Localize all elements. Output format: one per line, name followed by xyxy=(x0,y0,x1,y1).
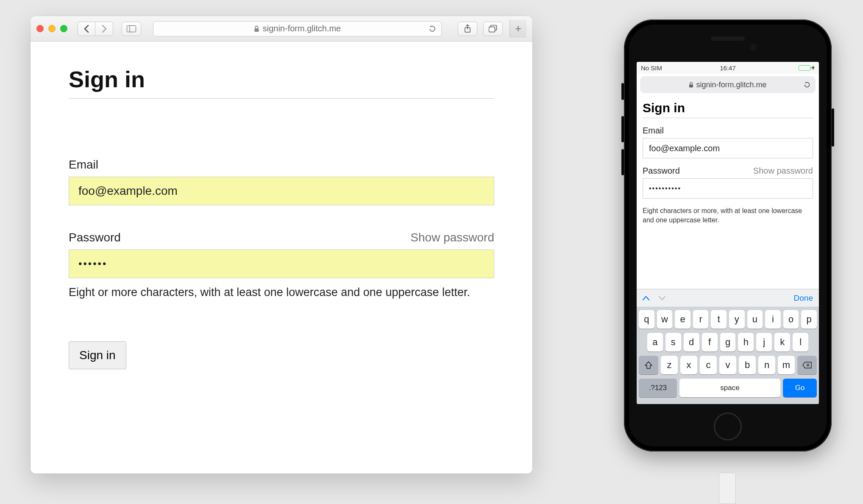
backspace-key[interactable] xyxy=(797,356,817,374)
key-j[interactable]: j xyxy=(756,333,772,352)
key-d[interactable]: d xyxy=(684,333,699,352)
key-k[interactable]: k xyxy=(774,333,790,352)
svg-rect-6 xyxy=(489,27,495,32)
reload-icon xyxy=(804,81,810,89)
key-v[interactable]: v xyxy=(719,356,736,374)
close-window-button[interactable] xyxy=(36,25,44,32)
nav-buttons xyxy=(78,22,113,36)
key-b[interactable]: b xyxy=(739,356,756,374)
power-button[interactable] xyxy=(832,108,834,147)
key-c[interactable]: c xyxy=(700,356,717,374)
backspace-icon xyxy=(802,362,812,368)
new-tab-button[interactable]: + xyxy=(509,20,526,38)
volume-up-button[interactable] xyxy=(621,116,624,142)
email-field-block: Email xyxy=(69,158,494,205)
keyboard-done-button[interactable]: Done xyxy=(794,294,813,303)
mobile-address-bar[interactable]: signin-form.glitch.me xyxy=(640,76,816,93)
key-x[interactable]: x xyxy=(680,356,697,374)
keyboard-row-4: .?123 space Go xyxy=(639,379,817,397)
share-icon xyxy=(464,25,471,33)
url-text: signin-form.glitch.me xyxy=(263,24,341,33)
keyboard-mode-key[interactable]: .?123 xyxy=(639,379,677,397)
forward-button[interactable] xyxy=(95,22,113,36)
shift-key[interactable] xyxy=(639,356,658,374)
home-button[interactable] xyxy=(714,413,742,440)
keyboard-row-2: asdfghjkl xyxy=(639,333,817,352)
shift-icon xyxy=(645,361,652,369)
svg-rect-2 xyxy=(254,28,259,32)
lock-icon xyxy=(254,25,259,32)
key-z[interactable]: z xyxy=(661,356,678,374)
mobile-email-input[interactable] xyxy=(643,138,813,158)
chevron-left-icon xyxy=(84,25,89,33)
key-f[interactable]: f xyxy=(702,333,718,352)
chevron-right-icon xyxy=(102,25,107,33)
mute-switch[interactable] xyxy=(621,83,624,100)
keyboard-row-3: zxcvbnm xyxy=(639,356,817,374)
key-y[interactable]: y xyxy=(729,310,745,329)
key-e[interactable]: e xyxy=(675,310,690,329)
mobile-url-text: signin-form.glitch.me xyxy=(696,80,766,89)
key-i[interactable]: i xyxy=(765,310,781,329)
lock-icon xyxy=(689,82,693,88)
battery-icon xyxy=(799,65,810,71)
back-button[interactable] xyxy=(78,22,95,36)
minimize-window-button[interactable] xyxy=(48,25,56,32)
tabs-button[interactable] xyxy=(483,22,503,36)
show-password-toggle[interactable]: Show password xyxy=(410,231,494,244)
keyboard-row-1: qwertyuiop xyxy=(639,310,817,329)
sign-in-button[interactable]: Sign in xyxy=(69,341,126,369)
reload-icon xyxy=(429,25,436,33)
plus-icon: + xyxy=(515,22,521,35)
maximize-window-button[interactable] xyxy=(60,25,67,32)
iphone-screen: No SIM 16:47 signin-form.glitch.me Sign … xyxy=(637,62,819,404)
key-o[interactable]: o xyxy=(783,310,799,329)
mobile-email-label: Email xyxy=(643,126,813,136)
password-hint: Eight or more characters, with at least … xyxy=(69,286,494,299)
tabs-icon xyxy=(489,25,497,33)
mobile-page-body: Sign in Email Password Show password Eig… xyxy=(637,97,819,289)
password-field-block: Password Show password Eight or more cha… xyxy=(69,231,494,299)
clock: 16:47 xyxy=(720,64,736,72)
next-field-button[interactable] xyxy=(659,296,665,301)
key-t[interactable]: t xyxy=(711,310,727,329)
volume-down-button[interactable] xyxy=(621,149,624,175)
mobile-password-hint: Eight characters or more, with at least … xyxy=(643,206,813,224)
key-s[interactable]: s xyxy=(665,333,681,352)
sidebar-icon xyxy=(127,25,136,32)
go-key[interactable]: Go xyxy=(783,379,817,397)
prev-field-button[interactable] xyxy=(643,296,649,301)
key-a[interactable]: a xyxy=(647,333,663,352)
key-g[interactable]: g xyxy=(720,333,736,352)
safari-window: signin-form.glitch.me + Sign in Email xyxy=(31,16,532,474)
window-controls xyxy=(36,25,67,32)
charging-icon xyxy=(812,65,815,70)
page-body: Sign in Email Password Show password Eig… xyxy=(31,42,532,474)
key-r[interactable]: r xyxy=(693,310,709,329)
key-q[interactable]: q xyxy=(639,310,654,329)
share-button[interactable] xyxy=(458,22,477,36)
space-key[interactable]: space xyxy=(679,379,780,397)
address-bar[interactable]: signin-form.glitch.me xyxy=(153,21,442,36)
mobile-reload-button[interactable] xyxy=(804,81,810,89)
mobile-password-label: Password xyxy=(643,166,680,176)
reload-button[interactable] xyxy=(429,25,436,33)
password-label: Password xyxy=(69,231,121,244)
mobile-show-password-toggle[interactable]: Show password xyxy=(753,166,813,176)
key-n[interactable]: n xyxy=(758,356,775,374)
status-bar: No SIM 16:47 xyxy=(637,62,819,74)
page-title: Sign in xyxy=(69,66,494,99)
key-u[interactable]: u xyxy=(747,310,763,329)
key-w[interactable]: w xyxy=(657,310,673,329)
key-h[interactable]: h xyxy=(738,333,754,352)
email-input[interactable] xyxy=(69,177,494,205)
keyboard: qwertyuiop asdfghjkl zxcvbnm .?123 space… xyxy=(637,307,819,404)
keyboard-toolbar: Done xyxy=(637,289,819,307)
mobile-password-input[interactable] xyxy=(643,178,813,199)
sidebar-button[interactable] xyxy=(122,22,141,36)
key-l[interactable]: l xyxy=(793,333,808,352)
password-input[interactable] xyxy=(69,249,494,278)
key-m[interactable]: m xyxy=(778,356,795,374)
carrier-text: No SIM xyxy=(641,64,662,72)
key-p[interactable]: p xyxy=(801,310,817,329)
